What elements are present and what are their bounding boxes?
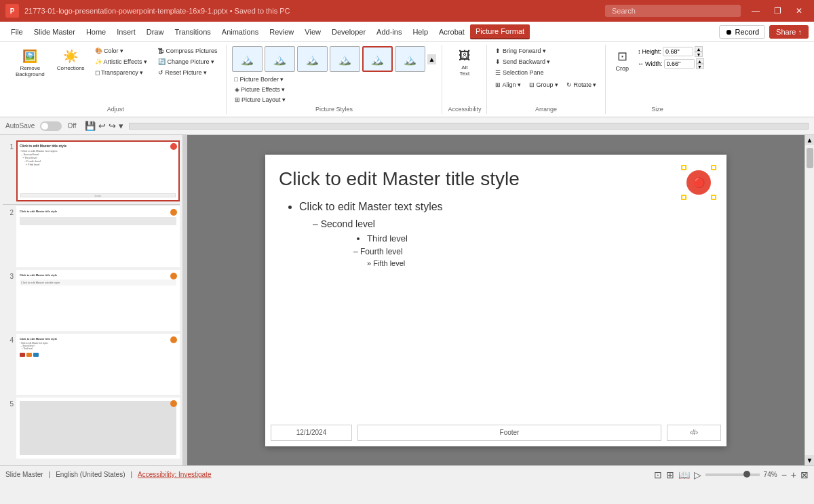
zoom-in-icon[interactable]: + xyxy=(791,469,796,480)
height-input[interactable] xyxy=(663,47,693,56)
more-icon[interactable]: ▾ xyxy=(119,121,123,131)
presentation-icon[interactable]: ▷ xyxy=(694,469,701,480)
align-dropdown[interactable]: ⊞ Align ▾ xyxy=(492,80,524,90)
footer-text[interactable]: Footer xyxy=(357,425,661,441)
menu-animations[interactable]: Animations xyxy=(216,25,264,39)
autosave-toggle-dot xyxy=(41,123,48,130)
slide-image-5[interactable] xyxy=(16,398,180,459)
slide-logo-selected[interactable]: 🔴 xyxy=(682,166,716,199)
transparency-dropdown[interactable]: ◻ Transparency ▾ xyxy=(92,68,150,77)
minimize-button[interactable]: — xyxy=(746,4,765,18)
save-icon[interactable]: 💾 xyxy=(85,121,96,131)
width-down[interactable]: ▼ xyxy=(696,64,704,69)
picture-styles-content: 🏔️ 🏔️ 🏔️ 🏔️ 🏔️ 🏔️ ▲ □ Picture Border ▾ ◈… xyxy=(232,46,437,104)
ribbon-group-accessibility: 🖼 AltText Accessibility xyxy=(442,45,487,114)
slide-title[interactable]: Click to edit Master title style xyxy=(279,168,713,190)
height-up[interactable]: ▲ xyxy=(695,46,703,52)
remove-bg-icon: 🖼️ xyxy=(22,49,37,64)
bring-forward-dropdown[interactable]: ⬆ Bring Forward ▾ xyxy=(492,46,549,56)
width-up[interactable]: ▲ xyxy=(696,58,704,64)
crop-button[interactable]: ⊡ Crop xyxy=(611,46,634,75)
menu-developer[interactable]: Developer xyxy=(326,25,371,39)
rotate-dropdown[interactable]: ↻ Rotate ▾ xyxy=(564,80,600,90)
slide-thumb-4[interactable]: 4 Click to edit Master title style • Cli… xyxy=(3,334,180,395)
body-level2[interactable]: Second level xyxy=(313,218,713,229)
corrections-button[interactable]: ☀️ Corrections xyxy=(52,46,90,74)
slide-num-2: 2 xyxy=(3,206,14,216)
slide-thumb-3[interactable]: 3 Click to edit Master title style Click… xyxy=(3,270,180,331)
body-level4[interactable]: Fourth level xyxy=(353,247,713,256)
zoom-out-icon[interactable]: − xyxy=(781,469,787,480)
vertical-scrollbar[interactable]: ▲ ▼ xyxy=(805,135,814,465)
menu-addins[interactable]: Add-ins xyxy=(371,25,407,39)
remove-background-button[interactable]: 🖼️ RemoveBackground xyxy=(11,46,50,80)
slide-image-2[interactable]: Click to edit Master title style xyxy=(16,206,180,267)
alt-text-button[interactable]: 🖼 AltText xyxy=(454,46,476,79)
body-level5[interactable]: Fifth level xyxy=(367,259,713,267)
styles-scroll-up[interactable]: ▲ xyxy=(427,54,437,64)
search-input[interactable] xyxy=(605,5,741,17)
slide-image-3[interactable]: Click to edit Master title style Click t… xyxy=(16,270,180,331)
send-backward-dropdown[interactable]: ⬇ Send Backward ▾ xyxy=(492,57,553,66)
menu-home[interactable]: Home xyxy=(81,25,111,39)
menu-acrobat[interactable]: Acrobat xyxy=(433,25,470,39)
compress-pictures-button[interactable]: 🗜 Compress Pictures xyxy=(155,46,220,56)
picture-style-2[interactable]: 🏔️ xyxy=(265,46,295,72)
menu-transitions[interactable]: Transitions xyxy=(169,25,216,39)
fit-icon[interactable]: ⊠ xyxy=(800,469,809,480)
status-language: English (United States) xyxy=(56,471,125,478)
picture-style-5[interactable]: 🏔️ xyxy=(362,46,393,72)
menu-insert[interactable]: Insert xyxy=(111,25,141,39)
reading-view-icon[interactable]: 📖 xyxy=(678,469,690,480)
picture-style-4[interactable]: 🏔️ xyxy=(330,46,360,72)
status-accessibility[interactable]: Accessibility: Investigate xyxy=(138,471,211,478)
body-level3[interactable]: Third level xyxy=(367,233,713,244)
share-button[interactable]: Share ↑ xyxy=(769,25,809,39)
change-picture-dropdown[interactable]: 🔄 Change Picture ▾ xyxy=(155,57,220,66)
slide-thumb-2[interactable]: 2 Click to edit Master title style xyxy=(3,206,180,267)
menu-slidemaster[interactable]: Slide Master xyxy=(28,25,81,39)
footer-date[interactable]: 12/1/2024 xyxy=(271,425,352,441)
scroll-down[interactable]: ▼ xyxy=(805,455,815,465)
menu-review[interactable]: Review xyxy=(264,25,299,39)
adjust-group-content: 🖼️ RemoveBackground ☀️ Corrections 🎨 Col… xyxy=(11,46,220,104)
ribbon-group-size: ⊡ Crop ↕ Height: ▲ ▼ ↔ Width: xyxy=(606,45,710,114)
footer-page[interactable]: ‹#› xyxy=(667,425,721,441)
menu-file[interactable]: File xyxy=(5,25,28,39)
redo-icon[interactable]: ↪ xyxy=(109,121,116,131)
normal-view-icon[interactable]: ⊡ xyxy=(654,469,662,480)
restore-button[interactable]: ❐ xyxy=(768,4,787,18)
picture-effects-dropdown[interactable]: ◈ Picture Effects ▾ xyxy=(232,85,289,94)
slide-thumb-1[interactable]: 1 Click to edit Master title style • Cli… xyxy=(3,140,180,201)
menu-draw[interactable]: Draw xyxy=(141,25,170,39)
menu-view[interactable]: View xyxy=(299,25,326,39)
picture-layout-dropdown[interactable]: ⊞ Picture Layout ▾ xyxy=(232,95,289,104)
slide-image-4[interactable]: Click to edit Master title style • Click… xyxy=(16,334,180,395)
picture-border-dropdown[interactable]: □ Picture Border ▾ xyxy=(232,75,289,84)
picture-style-1[interactable]: 🏔️ xyxy=(232,46,263,72)
slide-image-1[interactable]: Click to edit Master title style • Click… xyxy=(16,140,180,201)
zoom-slider[interactable] xyxy=(705,473,760,476)
menu-help[interactable]: Help xyxy=(407,25,433,39)
group-dropdown[interactable]: ⊟ Group ▾ xyxy=(526,80,561,90)
undo-icon[interactable]: ↩ xyxy=(98,121,106,131)
record-button[interactable]: ⏺ Record xyxy=(719,25,765,39)
slide-thumb-5[interactable]: 5 xyxy=(3,398,180,459)
reset-picture-dropdown[interactable]: ↺ Reset Picture ▾ xyxy=(155,68,220,77)
height-down[interactable]: ▼ xyxy=(695,52,703,57)
color-dropdown[interactable]: 🎨 Color ▾ xyxy=(92,46,150,56)
autosave-bar: AutoSave Off 💾 ↩ ↪ ▾ xyxy=(0,117,814,135)
close-button[interactable]: ✕ xyxy=(790,4,809,18)
picture-style-6[interactable]: 🏔️ xyxy=(395,46,425,72)
autosave-toggle[interactable] xyxy=(40,121,62,131)
scroll-thumb[interactable] xyxy=(807,148,813,168)
width-input[interactable] xyxy=(664,59,695,69)
artistic-effects-dropdown[interactable]: ✨ Artistic Effects ▾ xyxy=(92,57,150,66)
menu-pictureformat[interactable]: Picture Format xyxy=(470,24,530,39)
selection-pane-button[interactable]: ☰ Selection Pane xyxy=(492,68,546,77)
slide-sorter-icon[interactable]: ⊞ xyxy=(666,469,674,480)
body-level1[interactable]: Click to edit Master text styles xyxy=(299,201,713,213)
picture-style-3[interactable]: 🏔️ xyxy=(297,46,328,72)
scroll-up[interactable]: ▲ xyxy=(805,135,815,145)
menu-bar: File Slide Master Home Insert Draw Trans… xyxy=(0,22,814,42)
